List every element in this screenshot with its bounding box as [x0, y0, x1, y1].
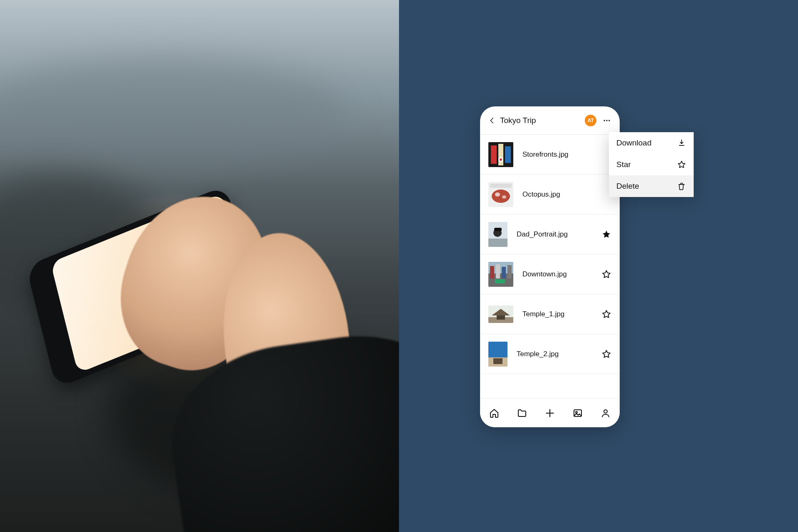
folder-title: Tokyo Trip: [500, 116, 585, 125]
file-thumbnail: [488, 342, 507, 367]
file-row[interactable]: Temple_2.jpg: [480, 334, 620, 374]
svg-rect-17: [494, 228, 502, 231]
file-thumbnail: [488, 222, 507, 247]
file-row[interactable]: Dad_Portrait.jpg: [480, 214, 620, 254]
menu-item-delete[interactable]: Delete: [609, 175, 694, 197]
star-outline-icon: [602, 310, 611, 319]
file-name: Temple_2.jpg: [517, 350, 601, 358]
svg-point-33: [576, 411, 577, 413]
svg-rect-22: [502, 267, 506, 278]
tab-account[interactable]: [600, 407, 611, 419]
trash-icon: [677, 182, 686, 191]
file-row[interactable]: Octopus.jpg: [480, 175, 620, 214]
back-button[interactable]: [488, 117, 496, 124]
file-list: Storefronts.jpg Octopus.jpg Dad_Portrait…: [480, 135, 620, 374]
svg-rect-13: [490, 184, 512, 188]
dots-horizontal-icon: [603, 116, 611, 125]
svg-point-0: [604, 120, 605, 121]
svg-point-11: [495, 192, 500, 197]
svg-rect-23: [507, 265, 512, 278]
file-name: Downtown.jpg: [522, 270, 601, 278]
chevron-left-icon: [488, 117, 496, 124]
file-name: Dad_Portrait.jpg: [517, 230, 601, 239]
file-name: Temple_1.jpg: [522, 310, 601, 318]
svg-rect-5: [498, 144, 503, 165]
svg-point-1: [606, 120, 607, 121]
download-icon: [677, 138, 686, 148]
svg-point-10: [492, 190, 510, 203]
menu-item-label: Download: [616, 138, 652, 148]
tab-bar: [480, 398, 620, 427]
file-row[interactable]: Downtown.jpg: [480, 254, 620, 294]
menu-item-download[interactable]: Download: [609, 132, 694, 154]
right-panel: Tokyo Trip AT Storefronts.jpg: [399, 0, 798, 532]
folder-icon: [517, 408, 527, 418]
svg-point-12: [502, 195, 506, 199]
star-outline-icon: [602, 350, 611, 359]
star-outline-icon: [677, 160, 686, 169]
tab-files[interactable]: [516, 407, 528, 419]
plus-icon: [544, 408, 555, 419]
star-filled-icon: [602, 230, 611, 239]
home-icon: [489, 408, 499, 418]
svg-rect-4: [491, 145, 497, 164]
svg-rect-31: [493, 358, 502, 364]
tab-add[interactable]: [544, 407, 556, 419]
svg-point-8: [500, 158, 502, 161]
file-name: Octopus.jpg: [522, 190, 611, 199]
context-menu: Download Star Delete: [609, 132, 694, 197]
folder-header: Tokyo Trip AT: [480, 106, 620, 135]
menu-item-star[interactable]: Star: [609, 154, 694, 175]
person-icon: [601, 408, 611, 418]
file-thumbnail: [488, 305, 513, 323]
svg-rect-29: [488, 342, 507, 357]
avatar[interactable]: AT: [585, 115, 596, 126]
menu-item-label: Delete: [616, 182, 639, 191]
file-name: Storefronts.jpg: [522, 150, 611, 159]
image-icon: [573, 408, 583, 418]
svg-point-34: [604, 410, 607, 413]
svg-rect-24: [495, 279, 505, 283]
svg-point-2: [608, 120, 610, 121]
file-thumbnail: [488, 262, 513, 287]
tab-home[interactable]: [488, 407, 500, 419]
svg-rect-21: [496, 264, 500, 278]
file-thumbnail: [488, 182, 513, 207]
star-toggle[interactable]: [601, 269, 611, 279]
menu-item-label: Star: [616, 160, 631, 169]
star-toggle[interactable]: [601, 229, 611, 239]
svg-rect-15: [488, 239, 507, 247]
file-thumbnail: [488, 142, 513, 167]
star-toggle[interactable]: [601, 349, 611, 359]
svg-rect-6: [505, 146, 511, 163]
file-row[interactable]: Temple_1.jpg: [480, 294, 620, 334]
tab-photos[interactable]: [572, 407, 584, 419]
more-button[interactable]: [602, 116, 611, 125]
star-toggle[interactable]: [601, 309, 611, 319]
star-outline-icon: [602, 270, 611, 279]
hero-photo: [0, 0, 399, 532]
file-row[interactable]: Storefronts.jpg: [480, 135, 620, 175]
svg-rect-20: [490, 266, 494, 278]
device-frame: Tokyo Trip AT Storefronts.jpg: [480, 106, 620, 427]
svg-rect-28: [497, 315, 505, 320]
